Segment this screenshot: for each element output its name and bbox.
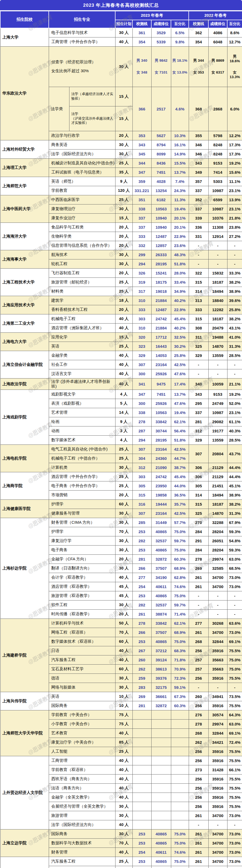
value-2023-cell: 331.221 bbox=[132, 186, 151, 195]
value-2022-cell: 34700 bbox=[208, 839, 227, 848]
value-2022-cell: 6.0% bbox=[227, 87, 242, 131]
value-2023-cell: 32872 bbox=[151, 701, 171, 710]
value-2023-cell: 60.3% bbox=[171, 555, 189, 564]
value-2022-cell: 28204 bbox=[208, 546, 227, 555]
value-2022-cell: 75.5% bbox=[227, 701, 242, 710]
major-cell: 法学 （沪港交流涉外卓越法律人才实验班） bbox=[69, 106, 115, 131]
plan-cell: 30 人 bbox=[115, 28, 132, 37]
summary-table: 招生院校 招生专业 2023 年春考 2022 年春考 招生计划 校测线 成绩排… bbox=[0, 11, 242, 868]
value-2022-cell: 24749 bbox=[208, 399, 227, 408]
table-row: 上海应用技术大学建筑学18 人3102188440.2%3131884039.6… bbox=[0, 296, 242, 305]
value-2023-cell: 281 bbox=[132, 701, 151, 710]
plan-cell: 20 人 bbox=[115, 268, 132, 277]
major-cell: 电气工程及其自动化 (中德合作) bbox=[49, 445, 115, 454]
value-2022-cell: 75.5% bbox=[227, 646, 242, 655]
plan-cell: 4 人 bbox=[115, 390, 132, 399]
value-2023-cell: 62.8% bbox=[171, 573, 189, 582]
value-2022-cell: 295 bbox=[189, 399, 208, 408]
value-2022-cell: 278 bbox=[189, 719, 208, 729]
major-cell: 机械电子工程 bbox=[49, 314, 115, 323]
major-cell: 财务管理 bbox=[49, 848, 115, 857]
value-2023-cell: 男 340女 348 bbox=[132, 46, 151, 87]
plan-cell: 70 人 bbox=[115, 527, 132, 536]
value-2023-cell: 男 18.1%女 13.0% bbox=[171, 46, 189, 87]
value-2022-cell: 5303 bbox=[208, 177, 227, 186]
major-cell: 航海技术 bbox=[49, 250, 115, 259]
plan-cell: 60 人 bbox=[115, 637, 132, 646]
plan-cell: 20 人 bbox=[115, 131, 132, 140]
major-cell: 日语 bbox=[49, 646, 115, 655]
value-2022-cell: 256 bbox=[189, 775, 208, 784]
value-2022-cell: 34700 bbox=[208, 573, 227, 582]
value-2022-cell: 61.1% bbox=[227, 417, 242, 427]
value-2023-cell: 62.1% bbox=[171, 417, 189, 427]
value-2022-cell: 343 bbox=[189, 390, 208, 399]
value-2023-cell: 22.9% bbox=[171, 305, 189, 314]
major-cell: 艺术管理 bbox=[49, 408, 115, 417]
value-2023-cell: 51.8% bbox=[171, 436, 189, 445]
value-2023-cell: 278 bbox=[132, 619, 151, 628]
value-2023-cell: 10563 bbox=[151, 204, 171, 213]
value-2023-cell: 25.8% bbox=[171, 351, 189, 360]
value-2023-cell: 24742 bbox=[151, 314, 171, 323]
value-2022-cell: 261 bbox=[189, 811, 208, 820]
value-2022-cell: 8248 bbox=[208, 140, 227, 149]
value-2022-cell: 34700 bbox=[208, 811, 227, 820]
value-2023-cell: 24.3% bbox=[171, 186, 189, 195]
value-2023-cell: 260 bbox=[132, 655, 151, 664]
value-2022-cell: 257 bbox=[189, 664, 208, 674]
value-2022-cell: 11.1% bbox=[227, 177, 242, 186]
value-2023-cell: 59.7% bbox=[171, 600, 189, 610]
value-2023-cell: 337 bbox=[132, 222, 151, 232]
value-2023-cell: 8099 bbox=[151, 149, 171, 158]
value-2022-cell: 261 bbox=[189, 573, 208, 582]
value-2022-cell: 270 bbox=[189, 518, 208, 527]
value-2023-cell: 19858 bbox=[151, 491, 171, 500]
major-cell: 生物科学类 bbox=[49, 232, 115, 241]
value-2023-cell: 68.9% bbox=[171, 628, 189, 637]
value-2022-cell: - bbox=[189, 820, 208, 830]
header-percent-2023: 百分比 bbox=[171, 20, 189, 28]
value-2023-cell: 37507 bbox=[151, 564, 171, 573]
major-cell: 翻译（日语翻译方向） bbox=[49, 564, 115, 573]
value-2022-cell: 32844 bbox=[208, 729, 227, 738]
major-cell: 英语（师范） bbox=[49, 177, 115, 186]
header-plan: 招生计划 bbox=[115, 20, 132, 28]
major-cell: 汉语言文学 bbox=[49, 369, 115, 378]
value-2023-cell bbox=[132, 729, 151, 738]
value-2023-cell: 329 bbox=[132, 351, 151, 360]
value-2022-cell: - bbox=[208, 600, 227, 610]
plan-cell: 20 人 bbox=[115, 610, 132, 619]
value-2022-cell: 73.0% bbox=[227, 628, 242, 637]
value-2022-cell: 34700 bbox=[208, 857, 227, 866]
value-2022-cell: 73.0% bbox=[227, 830, 242, 839]
value-2022-cell: 311 bbox=[189, 333, 208, 342]
value-2022-cell: 32585 bbox=[208, 564, 227, 573]
value-2023-cell: 74.6% bbox=[171, 848, 189, 857]
value-2022-cell: 14870 bbox=[208, 342, 227, 351]
value-2022-cell: 69.1% bbox=[227, 637, 242, 646]
value-2023-cell: 10563 bbox=[151, 408, 171, 417]
value-2022-cell: 75.0% bbox=[227, 664, 242, 674]
value-2023-cell: 303 bbox=[132, 314, 151, 323]
value-2022-cell: 315 bbox=[189, 500, 208, 509]
value-2023-cell bbox=[171, 793, 189, 802]
value-2023-cell: 266 bbox=[132, 564, 151, 573]
major-cell: 金融学类 bbox=[49, 351, 115, 360]
value-2022-cell: - bbox=[227, 369, 242, 378]
table-row: 上海兴伟学院英语10 人2693666167.3%2603494173.5% bbox=[0, 692, 242, 701]
value-2022-cell: 261 bbox=[189, 582, 208, 591]
school-cell: 上海海事大学 bbox=[0, 250, 49, 268]
value-2022-cell: 256 bbox=[189, 674, 208, 683]
major-cell: 数据科学与大数据技术 bbox=[49, 839, 115, 848]
value-2023-cell: 253 bbox=[132, 637, 151, 646]
major-cell: 商务英语 bbox=[49, 140, 115, 149]
major-cell: 法学 (涉外卓越法律人才培养创新班) bbox=[49, 378, 115, 390]
value-2023-cell: 8436 bbox=[151, 158, 171, 167]
major-cell: 计算机类 bbox=[49, 463, 115, 472]
value-2023-cell: 26333 bbox=[151, 250, 171, 259]
major-cell: 侦查学（经济犯罪治理）女生比例不超过 30% bbox=[49, 46, 115, 87]
value-2023-cell: 6.5% bbox=[171, 28, 189, 37]
value-2022-cell: 7414 bbox=[208, 167, 227, 177]
value-2023-cell bbox=[171, 747, 189, 756]
